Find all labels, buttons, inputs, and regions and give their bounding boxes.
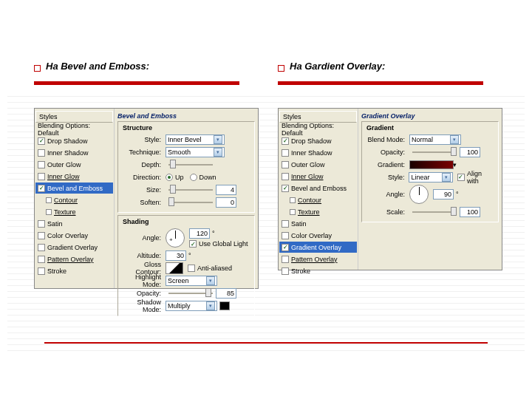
header-underline	[278, 81, 483, 85]
shadow-mode-dropdown[interactable]: Multiply▾	[166, 301, 217, 311]
style-checkbox[interactable]	[282, 161, 289, 168]
depth-slider[interactable]	[168, 164, 213, 166]
style-item[interactable]: Texture	[35, 206, 113, 217]
dropdown-value: Multiply	[168, 302, 191, 310]
scale-slider[interactable]	[412, 211, 457, 213]
header-underline	[34, 81, 239, 85]
style-checkbox[interactable]	[38, 267, 45, 275]
opacity-input[interactable]: 85	[216, 288, 236, 299]
style-item[interactable]: Color Overlay	[35, 230, 113, 241]
opacity-slider[interactable]	[412, 151, 457, 153]
style-item[interactable]: Gradient Overlay	[279, 242, 357, 253]
technique-dropdown[interactable]: Smooth▾	[166, 147, 225, 157]
style-checkbox[interactable]	[290, 197, 296, 203]
size-slider[interactable]	[168, 189, 213, 191]
style-checkbox[interactable]	[282, 256, 289, 263]
highlight-mode-dropdown[interactable]: Screen▾	[166, 276, 217, 286]
style-item[interactable]: Drop Shadow	[35, 135, 113, 146]
style-checkbox[interactable]	[282, 185, 289, 192]
align-label: Align with	[467, 170, 495, 185]
soften-input[interactable]: 0	[216, 197, 236, 208]
style-item[interactable]: Contour	[35, 194, 113, 205]
style-item[interactable]: Pattern Overlay	[35, 253, 113, 265]
angle-input[interactable]: 120	[189, 228, 210, 239]
style-checkbox[interactable]	[46, 197, 52, 203]
altitude-input[interactable]: 30	[166, 250, 186, 261]
blend-mode-dropdown[interactable]: Normal▾	[409, 134, 461, 145]
style-checkbox[interactable]	[38, 220, 45, 228]
style-item[interactable]: Gradient Overlay	[35, 242, 113, 253]
style-checkbox[interactable]	[282, 149, 289, 157]
style-checkbox[interactable]	[38, 173, 45, 180]
style-item[interactable]: Texture	[279, 206, 357, 217]
style-checkbox[interactable]	[282, 137, 289, 145]
style-item[interactable]: Drop Shadow	[279, 135, 357, 146]
style-checkbox[interactable]	[282, 173, 289, 180]
style-item[interactable]: Stroke	[35, 265, 113, 276]
antialias-checkbox[interactable]	[188, 265, 195, 272]
dropdown-value: Screen	[168, 277, 189, 284]
style-item[interactable]: Contour	[279, 194, 357, 205]
style-checkbox[interactable]	[282, 244, 289, 251]
dropdown-value: Smooth	[168, 149, 191, 156]
style-checkbox[interactable]	[282, 232, 289, 239]
style-item[interactable]: Inner Glow	[35, 171, 113, 182]
style-item[interactable]: Inner Shadow	[35, 147, 113, 158]
style-checkbox[interactable]	[38, 232, 45, 239]
dropdown-value: Linear	[411, 174, 429, 181]
angle-dial[interactable]	[409, 185, 429, 204]
style-checkbox[interactable]	[38, 161, 45, 168]
style-item[interactable]: Inner Shadow	[279, 147, 357, 158]
style-item[interactable]: Outer Glow	[35, 159, 113, 170]
shadow-color-swatch[interactable]	[219, 301, 230, 310]
direction-down-radio[interactable]	[190, 174, 197, 181]
style-item[interactable]: Outer Glow	[279, 159, 357, 170]
style-checkbox[interactable]	[46, 209, 52, 215]
style-item[interactable]: Blending Options: Default	[279, 123, 357, 134]
style-checkbox[interactable]	[38, 185, 45, 192]
slider-thumb[interactable]	[451, 147, 457, 156]
style-checkbox[interactable]	[290, 209, 296, 215]
style-checkbox[interactable]	[38, 256, 45, 263]
chevron-down-icon[interactable]: ▾	[453, 161, 457, 168]
style-checkbox[interactable]	[38, 137, 45, 145]
header-bevel-emboss: На Bevel and Emboss:	[46, 61, 149, 72]
style-checkbox[interactable]	[38, 244, 45, 251]
slider-thumb[interactable]	[170, 160, 176, 168]
slider-thumb[interactable]	[205, 288, 211, 297]
style-item[interactable]: Satin	[35, 218, 113, 229]
scale-input[interactable]: 100	[460, 207, 480, 217]
opacity-input[interactable]: 100	[460, 147, 480, 157]
slider-thumb[interactable]	[168, 197, 174, 206]
opacity-label: Opacity:	[365, 149, 409, 156]
soften-slider[interactable]	[168, 202, 213, 203]
style-item[interactable]: Bevel and Emboss	[279, 183, 357, 194]
style-checkbox[interactable]	[282, 220, 289, 228]
style-item[interactable]: Inner Glow	[279, 171, 357, 182]
style-item[interactable]: Bevel and Emboss	[35, 183, 113, 194]
group-label: Gradient	[366, 124, 495, 132]
slider-thumb[interactable]	[451, 207, 457, 216]
style-dropdown[interactable]: Inner Bevel▾	[166, 134, 225, 145]
style-checkbox[interactable]	[282, 267, 289, 275]
opacity-slider[interactable]	[168, 293, 213, 294]
angle-input[interactable]: 90	[433, 189, 454, 200]
structure-group: Structure Style: Inner Bevel▾ Technique:…	[117, 121, 255, 213]
global-light-checkbox[interactable]	[189, 240, 197, 248]
style-item[interactable]: Satin	[279, 218, 357, 229]
direction-up-radio[interactable]	[166, 174, 173, 181]
size-input[interactable]: 4	[216, 185, 236, 195]
slider-thumb[interactable]	[170, 185, 176, 194]
gradient-style-dropdown[interactable]: Linear▾	[409, 172, 452, 183]
align-checkbox[interactable]	[457, 174, 465, 181]
degree-symbol: °	[188, 252, 191, 259]
style-item[interactable]: Color Overlay	[279, 230, 357, 241]
style-item[interactable]: Blending Options: Default	[35, 123, 113, 134]
style-checkbox[interactable]	[38, 149, 45, 157]
gloss-contour-picker[interactable]	[166, 262, 183, 274]
gradient-swatch[interactable]	[409, 160, 454, 169]
style-item[interactable]: Stroke	[279, 265, 357, 276]
style-item[interactable]: Pattern Overlay	[279, 253, 357, 265]
style-label: Inner Shadow	[291, 149, 332, 157]
angle-dial[interactable]: +	[166, 228, 185, 248]
